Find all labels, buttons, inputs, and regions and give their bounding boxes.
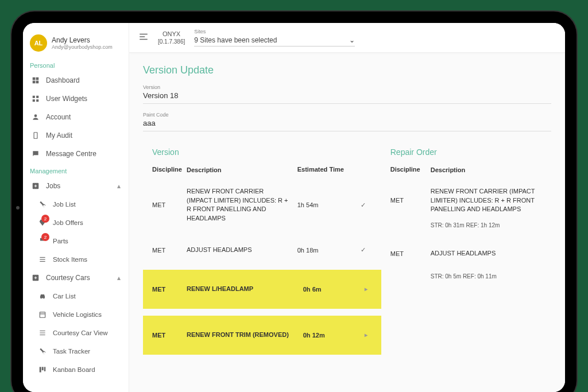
sites-select[interactable]: 9 Sites have been selected ⌄ <box>194 34 355 46</box>
account-icon <box>31 112 40 122</box>
svg-point-15 <box>41 298 42 299</box>
nav-section-personal: Personal <box>23 57 129 71</box>
chevron-up-icon: ▴ <box>117 182 121 190</box>
sidebar-item-car-list[interactable]: Car List <box>23 287 129 305</box>
svg-rect-17 <box>40 312 45 317</box>
car-icon <box>38 292 47 301</box>
sidebar-item-label: Courtesy Cars <box>46 274 90 282</box>
sidebar-item-job-list[interactable]: Job List <box>23 195 129 214</box>
wrench-icon <box>38 347 47 356</box>
sidebar-item-label: User Widgets <box>46 95 87 103</box>
cell-discipline: MET <box>390 197 431 204</box>
sidebar-item-label: Message Centre <box>46 150 96 158</box>
repair-row[interactable]: METADJUST HEADLAMPS <box>381 234 551 273</box>
sidebar-item-account[interactable]: Account <box>23 108 129 126</box>
sidebar-item-label: Parts <box>53 238 68 244</box>
arrow-icon: ▸ <box>361 332 372 338</box>
cell-discipline: MET <box>152 286 187 293</box>
cell-time: 0h 12m <box>303 332 361 339</box>
chevron-up-icon: ▴ <box>117 274 121 282</box>
sidebar: AL Andy Levers Andy@yourbodyshop.com Per… <box>23 23 129 392</box>
user-name: Andy Levers <box>52 36 113 44</box>
sites-label: Sites <box>194 29 556 34</box>
col-header-time: Estimated Time <box>297 166 355 174</box>
sidebar-item-label: Job Offers <box>53 219 83 226</box>
col-header-description: Description <box>431 166 542 174</box>
notification-badge: 2 <box>41 233 49 241</box>
version-field-label: Version <box>143 84 551 90</box>
cell-description: RENEW FRONT CARRIER (IMPACT LIMITER) INC… <box>187 187 297 223</box>
sidebar-item-label: Task Tracker <box>53 348 90 355</box>
brand-version: [0.1.7.386] <box>158 38 185 45</box>
cell-description: RENEW FRONT TRIM (REMOVED) <box>187 331 303 339</box>
cell-description: ADJUST HEADLAMPS <box>187 246 297 254</box>
brand-block: ONYX [0.1.7.386] <box>158 30 185 45</box>
user-block[interactable]: AL Andy Levers Andy@yourbodyshop.com <box>23 29 129 57</box>
svg-rect-5 <box>36 96 38 98</box>
check-icon: ✓ <box>355 246 372 254</box>
svg-point-16 <box>43 298 44 299</box>
svg-rect-9 <box>34 133 37 139</box>
svg-rect-2 <box>33 81 36 84</box>
plus-square-icon <box>31 273 40 282</box>
sidebar-item-label: Dashboard <box>46 76 80 84</box>
col-header-discipline: Discipline <box>152 166 187 174</box>
version-table-title: Version <box>143 143 381 161</box>
cell-discipline: MET <box>390 250 431 257</box>
cell-time: 0h 18m <box>297 247 355 254</box>
svg-rect-0 <box>33 77 36 80</box>
chevron-down-icon: ⌄ <box>349 36 355 44</box>
cell-description: ADJUST HEADLAMPS <box>431 249 542 258</box>
sidebar-item-user-widgets[interactable]: User Widgets <box>23 90 129 108</box>
sidebar-item-message-centre[interactable]: Message Centre <box>23 145 129 163</box>
page-title: Version Update <box>143 64 551 76</box>
version-row[interactable]: METADJUST HEADLAMPS0h 18m✓ <box>143 231 381 270</box>
list-icon <box>38 255 47 264</box>
sidebar-item-label: My Audit <box>46 131 72 139</box>
version-row[interactable]: METRENEW FRONT CARRIER (IMPACT LIMITER) … <box>143 179 381 231</box>
sidebar-item-label: Jobs <box>46 182 60 190</box>
paint-code-value[interactable]: aaa <box>143 119 551 131</box>
user-email: Andy@yourbodyshop.com <box>52 44 113 50</box>
calendar-icon <box>38 310 47 319</box>
sidebar-item-courtesy-cars[interactable]: Courtesy Cars ▴ <box>23 269 129 287</box>
notification-badge: 2 <box>41 215 49 223</box>
sidebar-item-my-audit[interactable]: My Audit <box>23 126 129 145</box>
audit-icon <box>31 131 40 140</box>
repair-row[interactable]: METRENEW FRONT CARRIER (IMPACT LIMITER) … <box>381 179 551 222</box>
message-icon <box>31 149 40 158</box>
plus-square-icon <box>31 181 40 191</box>
paint-code-label: Paint Code <box>143 112 551 118</box>
sites-selected-text: 9 Sites have been selected <box>194 36 277 44</box>
list-icon <box>38 328 47 337</box>
sidebar-item-stock-items[interactable]: Stock Items <box>23 250 129 269</box>
widgets-icon <box>31 94 40 103</box>
sidebar-item-task-tracker[interactable]: Task Tracker <box>23 342 129 360</box>
svg-rect-4 <box>33 96 35 98</box>
sidebar-item-dashboard[interactable]: Dashboard <box>23 71 129 90</box>
sidebar-item-courtesy-car-view[interactable]: Courtesy Car View <box>23 324 129 342</box>
sidebar-item-kanban-board[interactable]: Kanban Board <box>23 360 129 379</box>
sidebar-item-label: Vehicle Logistics <box>53 311 102 318</box>
svg-rect-23 <box>42 367 44 370</box>
svg-rect-6 <box>33 99 35 102</box>
version-row[interactable]: METRENEW FRONT TRIM (REMOVED)0h 12m▸ <box>143 316 381 355</box>
col-header-description: Description <box>187 166 297 174</box>
sidebar-item-label: Kanban Board <box>53 366 95 373</box>
version-row[interactable]: METRENEW L/HEADLAMP0h 6m▸ <box>143 270 381 309</box>
version-field-value[interactable]: Version 18 <box>143 91 551 104</box>
sidebar-item-vehicle-logistics[interactable]: Vehicle Logistics <box>23 305 129 324</box>
svg-rect-22 <box>40 367 41 372</box>
sidebar-item-jobs[interactable]: Jobs ▴ <box>23 177 129 195</box>
svg-rect-7 <box>36 99 38 102</box>
sidebar-item-job-offers[interactable]: 2 Job Offers <box>23 214 129 232</box>
svg-point-8 <box>34 114 37 117</box>
sidebar-item-parts[interactable]: 2 Parts <box>23 232 129 250</box>
svg-rect-3 <box>36 81 39 84</box>
cell-discipline: MET <box>152 332 187 339</box>
cell-time: 1h 54m <box>297 201 355 208</box>
brand-name: ONYX <box>158 30 185 38</box>
menu-toggle-icon[interactable] <box>138 32 149 44</box>
version-table: Version Discipline Description Estimated… <box>143 143 381 362</box>
wrench-icon <box>38 200 47 209</box>
